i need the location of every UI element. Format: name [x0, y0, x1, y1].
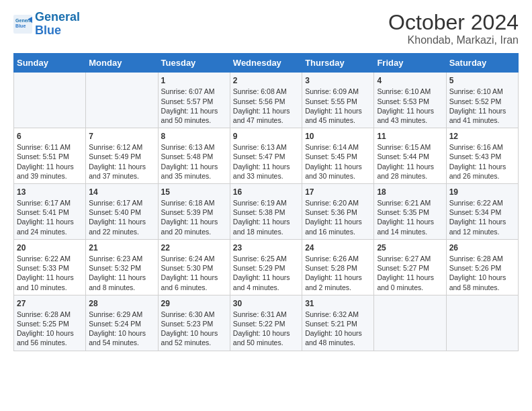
calendar-row: 1Sunrise: 6:07 AMSunset: 5:57 PMDaylight…	[14, 73, 519, 128]
day-info: Daylight: 11 hours and 4 minutes.	[233, 273, 299, 291]
day-number: 27	[17, 298, 83, 309]
day-info: Sunrise: 6:15 AM	[377, 142, 443, 152]
svg-text:Blue: Blue	[15, 24, 26, 28]
day-info: Sunrise: 6:08 AM	[233, 87, 299, 96]
day-info: Sunrise: 6:31 AM	[233, 310, 299, 319]
table-row: 8Sunrise: 6:13 AMSunset: 5:48 PMDaylight…	[158, 128, 230, 184]
table-row	[374, 295, 446, 351]
day-number: 4	[377, 75, 443, 86]
day-number: 10	[305, 131, 371, 142]
day-info: Sunrise: 6:12 AM	[89, 142, 154, 152]
day-number: 1	[161, 75, 227, 86]
table-row: 28Sunrise: 6:29 AMSunset: 5:24 PMDayligh…	[86, 295, 158, 351]
day-number: 25	[377, 242, 443, 253]
calendar-row: 13Sunrise: 6:17 AMSunset: 5:41 PMDayligh…	[14, 183, 519, 239]
day-info: Sunrise: 6:17 AM	[89, 198, 154, 208]
day-number: 15	[161, 187, 227, 197]
table-row: 7Sunrise: 6:12 AMSunset: 5:49 PMDaylight…	[86, 128, 158, 184]
table-row	[446, 295, 518, 351]
day-info: Sunset: 5:40 PM	[89, 208, 154, 217]
table-row	[14, 73, 86, 128]
day-number: 8	[161, 131, 227, 142]
day-info: Sunrise: 6:13 AM	[161, 142, 227, 152]
day-info: Daylight: 11 hours and 41 minutes.	[449, 106, 515, 125]
day-info: Daylight: 11 hours and 24 minutes.	[17, 217, 83, 236]
day-info: Sunset: 5:32 PM	[89, 263, 154, 273]
day-info: Sunrise: 6:32 AM	[305, 310, 371, 319]
col-wednesday: Wednesday	[230, 54, 302, 73]
day-info: Daylight: 11 hours and 2 minutes.	[305, 273, 371, 291]
day-info: Daylight: 10 hours and 56 minutes.	[17, 328, 83, 347]
table-row: 15Sunrise: 6:18 AMSunset: 5:39 PMDayligh…	[158, 183, 230, 239]
calendar-row: 27Sunrise: 6:28 AMSunset: 5:25 PMDayligh…	[14, 295, 519, 351]
day-info: Sunrise: 6:23 AM	[89, 254, 154, 263]
day-info: Sunset: 5:22 PM	[233, 319, 299, 328]
day-info: Sunset: 5:25 PM	[17, 319, 83, 328]
col-sunday: Sunday	[14, 54, 86, 73]
day-info: Sunrise: 6:21 AM	[377, 198, 443, 208]
logo-text: General Blue	[35, 11, 80, 38]
table-row: 21Sunrise: 6:23 AMSunset: 5:32 PMDayligh…	[86, 239, 158, 295]
day-info: Sunrise: 6:16 AM	[449, 142, 515, 152]
day-number: 30	[233, 298, 299, 309]
day-info: Daylight: 11 hours and 35 minutes.	[161, 162, 227, 181]
day-info: Sunset: 5:44 PM	[377, 152, 443, 161]
day-info: Daylight: 11 hours and 37 minutes.	[89, 162, 154, 181]
logo-blue: Blue	[35, 24, 61, 37]
page-subtitle: Khondab, Markazi, Iran	[388, 34, 519, 46]
day-info: Sunrise: 6:18 AM	[161, 198, 227, 208]
day-info: Sunrise: 6:17 AM	[17, 198, 83, 208]
page-title: October 2024	[388, 11, 519, 34]
day-info: Sunset: 5:45 PM	[305, 152, 371, 161]
day-info: Daylight: 10 hours and 48 minutes.	[305, 328, 371, 347]
col-tuesday: Tuesday	[158, 54, 230, 73]
day-info: Sunrise: 6:30 AM	[161, 310, 227, 319]
day-info: Sunrise: 6:24 AM	[161, 254, 227, 263]
day-info: Daylight: 11 hours and 12 minutes.	[449, 217, 515, 236]
day-info: Sunset: 5:29 PM	[233, 263, 299, 273]
col-thursday: Thursday	[302, 54, 374, 73]
day-number: 18	[377, 187, 443, 197]
day-info: Daylight: 11 hours and 33 minutes.	[233, 162, 299, 181]
title-block: October 2024 Khondab, Markazi, Iran	[388, 11, 519, 46]
day-number: 28	[89, 298, 154, 309]
day-info: Daylight: 11 hours and 22 minutes.	[89, 217, 154, 236]
day-info: Sunset: 5:26 PM	[449, 263, 515, 273]
day-number: 14	[89, 187, 154, 197]
day-info: Sunset: 5:35 PM	[377, 208, 443, 217]
day-number: 29	[161, 298, 227, 309]
day-number: 6	[17, 131, 83, 142]
table-row: 3Sunrise: 6:09 AMSunset: 5:55 PMDaylight…	[302, 73, 374, 128]
day-info: Sunrise: 6:22 AM	[449, 198, 515, 208]
table-row: 4Sunrise: 6:10 AMSunset: 5:53 PMDaylight…	[374, 73, 446, 128]
table-row: 1Sunrise: 6:07 AMSunset: 5:57 PMDaylight…	[158, 73, 230, 128]
day-info: Sunset: 5:55 PM	[305, 97, 371, 106]
table-row: 24Sunrise: 6:26 AMSunset: 5:28 PMDayligh…	[302, 239, 374, 295]
table-row	[86, 73, 158, 128]
table-row: 14Sunrise: 6:17 AMSunset: 5:40 PMDayligh…	[86, 183, 158, 239]
day-info: Sunset: 5:28 PM	[305, 263, 371, 273]
day-number: 5	[449, 75, 515, 86]
day-info: Sunset: 5:21 PM	[305, 319, 371, 328]
day-info: Sunset: 5:27 PM	[377, 263, 443, 273]
day-info: Sunrise: 6:25 AM	[233, 254, 299, 263]
day-number: 26	[449, 242, 515, 253]
day-info: Daylight: 11 hours and 26 minutes.	[449, 162, 515, 181]
header-row: Sunday Monday Tuesday Wednesday Thursday…	[14, 54, 519, 73]
col-saturday: Saturday	[446, 54, 518, 73]
logo-general: General	[35, 10, 80, 24]
table-row: 27Sunrise: 6:28 AMSunset: 5:25 PMDayligh…	[14, 295, 86, 351]
table-row: 16Sunrise: 6:19 AMSunset: 5:38 PMDayligh…	[230, 183, 302, 239]
day-info: Sunrise: 6:19 AM	[233, 198, 299, 208]
table-row: 13Sunrise: 6:17 AMSunset: 5:41 PMDayligh…	[14, 183, 86, 239]
day-info: Daylight: 11 hours and 39 minutes.	[17, 162, 83, 181]
day-info: Daylight: 11 hours and 50 minutes.	[161, 106, 227, 125]
day-info: Daylight: 10 hours and 58 minutes.	[449, 273, 515, 291]
table-row: 2Sunrise: 6:08 AMSunset: 5:56 PMDaylight…	[230, 73, 302, 128]
day-info: Sunset: 5:49 PM	[89, 152, 154, 161]
page: General Blue General Blue October 2024 K…	[0, 0, 532, 411]
table-row: 9Sunrise: 6:13 AMSunset: 5:47 PMDaylight…	[230, 128, 302, 184]
day-info: Sunset: 5:34 PM	[449, 208, 515, 217]
table-row: 22Sunrise: 6:24 AMSunset: 5:30 PMDayligh…	[158, 239, 230, 295]
day-info: Sunset: 5:36 PM	[305, 208, 371, 217]
